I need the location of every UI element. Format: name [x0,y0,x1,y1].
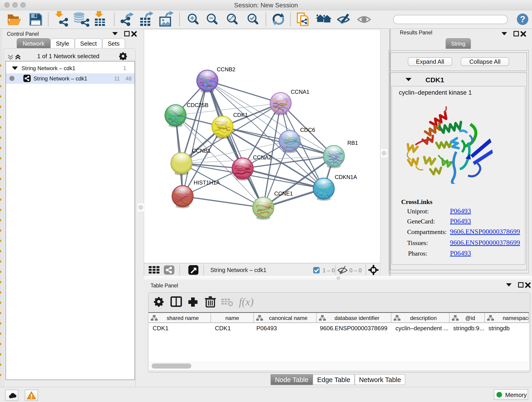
svg-text:CCNA1: CCNA1 [291,89,309,95]
svg-text:HIST1H1A: HIST1H1A [194,179,220,186]
svg-text:CDK1: CDK1 [233,112,248,118]
svg-text:f(x): f(x) [239,296,254,307]
svg-text:CCNB1: CCNB1 [192,148,210,154]
svg-text:RB1: RB1 [347,140,358,146]
svg-text:CDC6: CDC6 [300,127,315,133]
svg-text:CCNA2: CCNA2 [253,154,272,160]
svg-text:CCNE1: CCNE1 [274,191,293,197]
svg-text:CCNB2: CCNB2 [217,66,235,72]
svg-text:?: ? [520,14,525,24]
svg-text:CDKN1A: CDKN1A [335,174,357,180]
svg-text:CDC25B: CDC25B [187,102,209,108]
